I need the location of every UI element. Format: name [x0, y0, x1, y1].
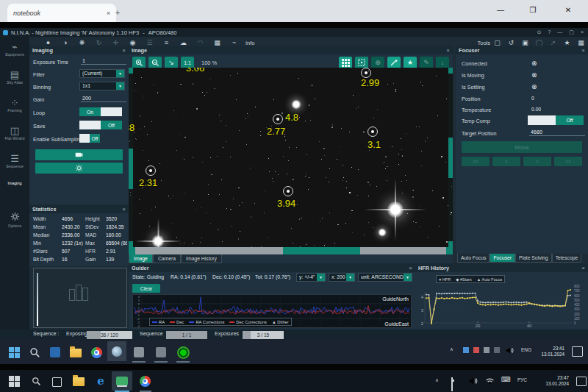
- save-toggle[interactable]: Off: [79, 121, 122, 129]
- imaging-settings-button[interactable]: [35, 163, 123, 174]
- host-language-indicator[interactable]: РУС: [517, 377, 527, 382]
- hscroll-thumb[interactable]: [283, 247, 360, 254]
- tab-image[interactable]: Image: [129, 254, 153, 263]
- taskbar-search-button[interactable]: [26, 344, 43, 360]
- speaker-icon[interactable]: [506, 347, 514, 354]
- zoom-out-button[interactable]: [148, 57, 162, 69]
- nina-close-button[interactable]: ×: [581, 29, 584, 35]
- move-right-button[interactable]: >: [523, 157, 551, 166]
- hfr-close-icon[interactable]: ×: [581, 265, 585, 271]
- notification-center-icon[interactable]: [572, 346, 583, 357]
- file-explorer-icon[interactable]: [68, 345, 84, 361]
- sidebar-item-equipment[interactable]: ⌁ Equipment: [0, 41, 29, 57]
- host-notification-center-icon[interactable]: [576, 377, 587, 386]
- image-canvas[interactable]: 3.062.994.82.773.12.313.942.88: [129, 68, 453, 247]
- clock[interactable]: 23:4113.01.2024: [537, 346, 564, 357]
- move-fast-left-button[interactable]: <<: [462, 157, 490, 166]
- tray-app-icon-2[interactable]: [473, 347, 479, 353]
- start-button[interactable]: [6, 344, 22, 360]
- tray-app-icon-4[interactable]: [494, 347, 500, 353]
- move-left-button[interactable]: <: [492, 157, 520, 166]
- temp-comp-toggle[interactable]: Off: [528, 115, 584, 125]
- tab-auto-focus[interactable]: Auto Focus: [457, 254, 490, 263]
- zoom-in-button[interactable]: [132, 57, 146, 69]
- crosshair-button[interactable]: ⊕: [371, 57, 384, 69]
- filter-dropdown[interactable]: (Current) ▼: [79, 69, 125, 78]
- host-clock[interactable]: 23:4713.01.2024: [538, 375, 569, 386]
- guider-xscale-dropdown[interactable]: x: 200 ▼: [329, 273, 355, 282]
- auto-stretch-button[interactable]: [387, 57, 401, 69]
- utility-app-icon[interactable]: [153, 344, 169, 360]
- new-tab-button[interactable]: +: [112, 7, 123, 18]
- phd2-icon[interactable]: [175, 344, 191, 360]
- browser-tab[interactable]: notebook ×: [7, 4, 116, 22]
- vscroll-thumb[interactable]: [448, 138, 453, 178]
- sidebar-item-flat-wizard[interactable]: ◫ Flat Wizard: [0, 125, 29, 140]
- subsampling-toggle[interactable]: Off: [79, 134, 100, 143]
- help-icon[interactable]: ?: [548, 29, 551, 35]
- loop-toggle[interactable]: On: [79, 107, 122, 116]
- annotate-button[interactable]: ✎: [420, 57, 433, 69]
- sidebar-item-imaging[interactable]: Imaging: [0, 181, 29, 185]
- focuser-close-icon[interactable]: ×: [581, 47, 585, 54]
- sidebar-item-options[interactable]: Options: [0, 212, 29, 228]
- guider-unit-dropdown[interactable]: unit: ARCSECONDS ▼: [358, 273, 412, 282]
- save-image-button[interactable]: ↓: [436, 57, 449, 69]
- remote-viewer-icon[interactable]: [112, 371, 132, 391]
- start-exposure-button[interactable]: [35, 149, 123, 160]
- grid-overlay-button[interactable]: [339, 57, 352, 69]
- guider-yscale-dropdown[interactable]: y: +/-4" ▼: [296, 273, 326, 282]
- image-vscrollbar-right[interactable]: [448, 68, 453, 247]
- image-vscrollbar-left[interactable]: [129, 68, 133, 247]
- chrome-icon[interactable]: [88, 344, 104, 360]
- exposure-time-input[interactable]: 1: [81, 57, 126, 65]
- fit-image-button[interactable]: ↘: [165, 57, 178, 69]
- tray-app-icon-3[interactable]: [484, 347, 490, 353]
- browser-maximize-button[interactable]: ❐: [520, 0, 545, 19]
- target-position-input[interactable]: 4680: [529, 129, 585, 136]
- tab-image-history[interactable]: Image History: [181, 254, 222, 263]
- tab-camera[interactable]: Camera: [153, 254, 181, 263]
- host-chrome-icon[interactable]: [137, 373, 153, 389]
- scroll-left-arrow[interactable]: [129, 247, 135, 254]
- app-window-icon[interactable]: [131, 344, 147, 360]
- move-button[interactable]: Move: [462, 141, 582, 153]
- sidebar-item-sequence[interactable]: ☰ Sequence: [0, 153, 29, 168]
- nina-taskbar-icon[interactable]: [107, 341, 126, 361]
- one-to-one-button[interactable]: 1:1: [181, 57, 194, 69]
- image-hscrollbar[interactable]: [129, 247, 453, 254]
- nina-maximize-button[interactable]: ▢: [569, 29, 574, 35]
- gain-input[interactable]: 200: [81, 95, 126, 102]
- image-close-icon[interactable]: ×: [446, 47, 450, 54]
- browser-minimize-button[interactable]: —: [488, 0, 513, 19]
- vscroll-thumb[interactable]: [129, 149, 133, 189]
- nina-minimize-button[interactable]: —: [557, 29, 562, 35]
- browser-close-button[interactable]: ✕: [556, 0, 581, 19]
- tray-app-icon-1[interactable]: [463, 347, 469, 353]
- speaker-icon[interactable]: [469, 377, 478, 385]
- sidebar-item-framing[interactable]: ⁘ Framing: [0, 97, 29, 113]
- scroll-right-arrow[interactable]: [446, 247, 453, 254]
- edge-icon[interactable]: e: [93, 373, 109, 389]
- host-start-button[interactable]: [6, 374, 22, 388]
- imaging-close-icon[interactable]: ×: [122, 47, 126, 54]
- wifi-icon[interactable]: [485, 377, 495, 385]
- task-view-button[interactable]: [49, 376, 65, 388]
- host-tray-chevron-icon[interactable]: ∧: [435, 377, 439, 383]
- plate-solve-button[interactable]: [355, 57, 368, 69]
- host-file-explorer-icon[interactable]: [71, 376, 87, 388]
- battery-icon[interactable]: [451, 377, 453, 391]
- clear-button[interactable]: Clear: [132, 284, 160, 293]
- tray-chevron-icon[interactable]: ∧: [450, 346, 453, 352]
- language-indicator[interactable]: ENG: [521, 347, 531, 352]
- tab-telescope[interactable]: Telescope: [552, 254, 582, 263]
- eye-icon[interactable]: ⊙: [537, 29, 542, 35]
- guider-close-icon[interactable]: ×: [409, 265, 412, 271]
- tab-focuser[interactable]: Focuser: [490, 254, 515, 263]
- star-detect-button[interactable]: ★: [404, 57, 417, 69]
- move-fast-right-button[interactable]: >>: [554, 157, 582, 166]
- tab-close-icon[interactable]: ×: [107, 10, 110, 17]
- tab-plate-solving[interactable]: Plate Solving: [515, 254, 552, 263]
- statistics-close-icon[interactable]: ×: [122, 206, 126, 213]
- sidebar-item-sky-atlas[interactable]: ▤ Sky Atlas: [0, 69, 29, 85]
